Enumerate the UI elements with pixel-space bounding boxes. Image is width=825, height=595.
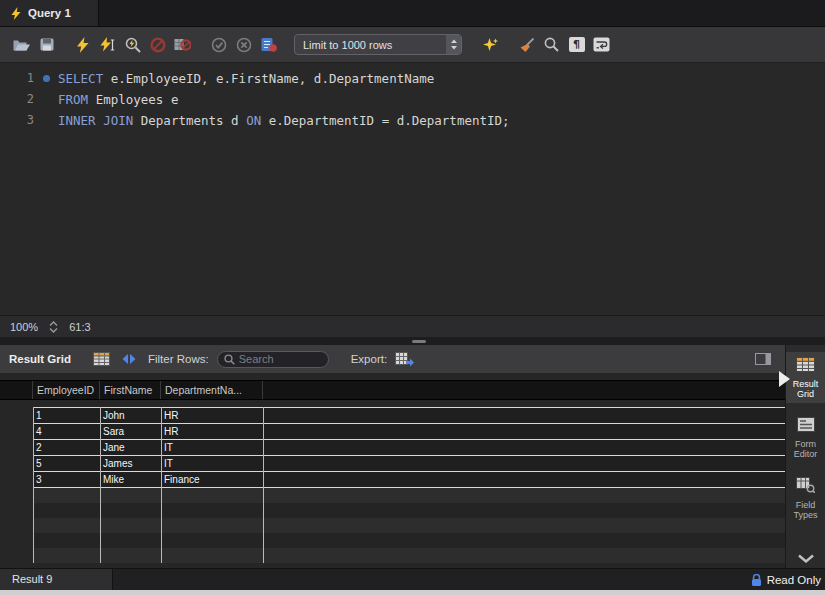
grid-cell[interactable]: 1 xyxy=(33,408,100,423)
grid-corner-cell[interactable] xyxy=(0,381,33,399)
panel-toggle-icon[interactable] xyxy=(755,353,771,365)
grid-cell[interactable]: Finance xyxy=(161,472,263,487)
grid-cell[interactable]: IT xyxy=(161,456,263,471)
wrap-text-icon[interactable] xyxy=(589,33,614,56)
grid-column-divider xyxy=(161,407,162,563)
grid-cell[interactable]: Sara xyxy=(100,424,161,439)
explain-icon[interactable] xyxy=(120,33,145,56)
line-number: 2 xyxy=(0,89,34,110)
grid-cell[interactable]: 4 xyxy=(33,424,100,439)
sidebar-items: Result GridForm EditorField Types xyxy=(786,352,825,524)
result-tab[interactable]: Result 9 xyxy=(0,569,113,591)
zoom-level: 100% xyxy=(10,321,38,333)
grid-column-divider xyxy=(33,407,34,563)
dropdown-stepper-icon xyxy=(446,35,461,54)
tab-label: Query 1 xyxy=(28,7,71,19)
grid-row[interactable]: 4SaraHR xyxy=(33,424,785,440)
code-text: FROM Employees e xyxy=(58,89,178,110)
grid-cell[interactable]: 2 xyxy=(33,440,100,455)
invisible-chars-icon[interactable]: ¶ xyxy=(564,33,589,56)
sidebar-collapse-arrow[interactable] xyxy=(779,371,790,387)
sidebar-scroll-down-icon[interactable] xyxy=(797,554,815,563)
result-side-panel: Result GridForm EditorField Types xyxy=(785,345,825,568)
grid-cell[interactable]: 3 xyxy=(33,472,100,487)
zoom-stepper[interactable] xyxy=(49,321,58,333)
field-types-icon xyxy=(796,477,815,497)
code-lines: 1SELECT e.EmployeeID, e.FirstName, d.Dep… xyxy=(0,68,825,131)
grid-empty-row xyxy=(33,518,785,533)
rollback-icon[interactable] xyxy=(231,33,256,56)
limit-rows-dropdown[interactable]: Limit to 1000 rows xyxy=(294,34,462,55)
read-only-label: Read Only xyxy=(767,574,821,586)
find-icon[interactable] xyxy=(539,33,564,56)
read-only-status: Read Only xyxy=(751,569,821,591)
splitter-handle-icon[interactable] xyxy=(412,340,426,343)
caret-position: 61:3 xyxy=(69,321,90,333)
grid-cell[interactable]: John xyxy=(100,408,161,423)
statement-marker xyxy=(34,110,58,131)
refresh-arrows-icon[interactable] xyxy=(121,353,137,365)
execute-icon[interactable] xyxy=(70,33,95,56)
sidebar-item-label: Field Types xyxy=(788,500,824,520)
editor-status-bar: 100% 61:3 xyxy=(0,315,825,337)
grid-row[interactable]: 2JaneIT xyxy=(33,440,785,456)
autocommit-icon[interactable] xyxy=(256,33,281,56)
export-icon[interactable] xyxy=(395,352,414,367)
code-text: SELECT e.EmployeeID, e.FirstName, d.Depa… xyxy=(58,68,434,89)
query-lightning-icon xyxy=(11,7,21,20)
search-icon xyxy=(224,354,235,365)
editor-result-splitter[interactable] xyxy=(0,337,825,345)
pilcrow-glyph: ¶ xyxy=(573,38,580,51)
tab-query-1[interactable]: Query 1 xyxy=(0,0,99,26)
filter-rows-label: Filter Rows: xyxy=(148,353,209,365)
statement-marker xyxy=(34,68,58,89)
line-number: 1 xyxy=(0,68,34,89)
grid-empty-row xyxy=(33,548,785,563)
grid-cell[interactable]: Jane xyxy=(100,440,161,455)
clean-icon[interactable] xyxy=(514,33,539,56)
grid-cell[interactable]: HR xyxy=(161,408,263,423)
export-label: Export: xyxy=(351,353,387,365)
query-tab-bar: Query 1 xyxy=(0,0,825,27)
stop-icon[interactable] xyxy=(145,33,170,56)
grid-cell[interactable]: IT xyxy=(161,440,263,455)
grid-cell[interactable]: HR xyxy=(161,424,263,439)
grid-row[interactable]: 3MikeFinance xyxy=(33,472,785,488)
grid-empty-row xyxy=(33,503,785,518)
sidebar-item-result-grid[interactable]: Result Grid xyxy=(786,352,825,403)
result-grid-title: Result Grid xyxy=(9,353,71,365)
column-header[interactable]: FirstName xyxy=(100,381,161,399)
sql-editor[interactable]: 1SELECT e.EmployeeID, e.FirstName, d.Dep… xyxy=(0,63,825,315)
sidebar-item-label: Result Grid xyxy=(788,379,824,399)
open-script-icon[interactable] xyxy=(9,33,34,56)
result-grid: EmployeeIDFirstNameDepartmentNa... 1John… xyxy=(0,373,785,568)
result-grid-toolbar: Result Grid Filter Rows: Export: xyxy=(0,345,785,373)
column-header[interactable]: DepartmentNa... xyxy=(161,381,263,399)
grid-view-icon[interactable] xyxy=(93,352,110,366)
grid-row[interactable]: 5JamesIT xyxy=(33,456,785,472)
sidebar-item-form-editor[interactable]: Form Editor xyxy=(786,412,825,463)
grid-cell[interactable]: James xyxy=(100,456,161,471)
grid-row[interactable]: 1JohnHR xyxy=(33,407,785,424)
toggle-stop-on-error-icon[interactable] xyxy=(170,33,195,56)
code-line[interactable]: 3INNER JOIN Departments d ON e.Departmen… xyxy=(0,110,825,131)
filter-search-box[interactable] xyxy=(217,351,329,368)
result-grid-icon xyxy=(796,357,815,376)
form-editor-icon xyxy=(797,417,815,436)
search-input[interactable] xyxy=(239,353,317,365)
read-only-lock-icon xyxy=(751,574,762,587)
grid-cell[interactable]: 5 xyxy=(33,456,100,471)
beautify-icon[interactable] xyxy=(478,33,503,56)
code-text: INNER JOIN Departments d ON e.Department… xyxy=(58,110,510,131)
code-line[interactable]: 2FROM Employees e xyxy=(0,89,825,110)
grid-empty-row xyxy=(33,488,785,503)
commit-icon[interactable] xyxy=(206,33,231,56)
grid-body: 1JohnHR4SaraHR2JaneIT5JamesIT3MikeFinanc… xyxy=(33,407,785,563)
execute-current-icon[interactable] xyxy=(95,33,120,56)
column-header[interactable]: EmployeeID xyxy=(33,381,100,399)
limit-rows-value: Limit to 1000 rows xyxy=(303,39,446,51)
save-script-icon[interactable] xyxy=(34,33,59,56)
grid-cell[interactable]: Mike xyxy=(100,472,161,487)
code-line[interactable]: 1SELECT e.EmployeeID, e.FirstName, d.Dep… xyxy=(0,68,825,89)
sidebar-item-field-types[interactable]: Field Types xyxy=(786,472,825,524)
